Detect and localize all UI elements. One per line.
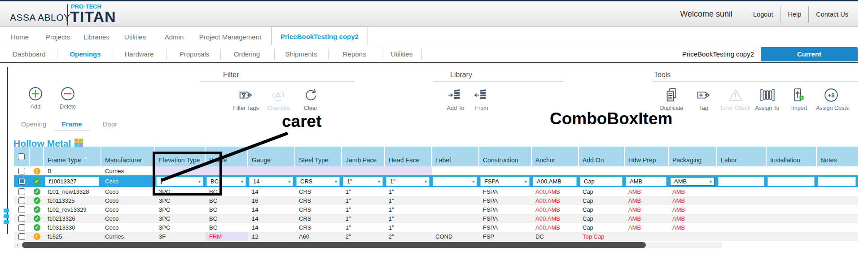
cell-frame-type[interactable]: f101_new13328 — [44, 187, 101, 196]
toolbar-button-duplicate[interactable]: Duplicate — [657, 86, 687, 111]
cell-packaging[interactable]: AMB — [669, 214, 717, 223]
notes-input[interactable] — [818, 177, 856, 186]
toolbar-button-clear[interactable]: Clear — [296, 86, 325, 111]
cell-elevation-type[interactable] — [155, 166, 206, 175]
cell-label[interactable] — [432, 166, 479, 175]
cell-anchor[interactable]: A00,AMB — [532, 187, 579, 196]
cell-add-on[interactable]: Top Cap — [579, 232, 625, 241]
table-row-f102-rev13329[interactable]: ✓f102_rev13329Ceco3PCBC14CRS1"1"FSPAA00,… — [14, 205, 858, 214]
cell-head-face[interactable]: 1" — [385, 205, 432, 214]
nav-item-libraries[interactable]: Libraries — [83, 29, 110, 45]
tab-opening[interactable]: Opening — [16, 120, 52, 131]
cell-construction[interactable]: FSPA — [479, 214, 532, 223]
table-row-f10013327[interactable]: ✓f10013327Ceco▾BC▾14▾CRS▾1"▾1"▾▾FSPA▾A00… — [14, 175, 858, 187]
cell-jamb-face[interactable]: 1" — [342, 196, 385, 205]
cell-steel-type[interactable]: CRS — [295, 196, 342, 205]
cell-steel-type[interactable]: CRS — [295, 205, 342, 214]
cell-anchor[interactable] — [532, 166, 579, 175]
label-combobox[interactable]: ▾ — [433, 177, 477, 186]
nav-item-utilities[interactable]: Utilities — [124, 29, 146, 45]
cell-construction[interactable]: FSPA — [479, 196, 532, 205]
cell-anchor[interactable]: A00,AMB — [532, 214, 579, 223]
cell-steel-type[interactable]: CRS — [295, 223, 342, 232]
top-link-help[interactable]: Help — [780, 11, 808, 18]
cell-labor[interactable] — [717, 214, 767, 223]
cell-installation[interactable] — [767, 205, 817, 214]
cell-labor[interactable] — [717, 196, 767, 205]
toolbar-button-delete[interactable]: Delete — [53, 84, 83, 110]
header-cell-label[interactable]: Label — [432, 147, 479, 166]
cell-hdw-prep[interactable]: AMB — [625, 196, 669, 205]
cell-jamb-face[interactable]: 1" — [342, 187, 385, 196]
cell-hdw-prep[interactable]: AMB — [625, 223, 669, 232]
gauge-combobox[interactable]: 14▾ — [249, 177, 293, 186]
cell-installation[interactable] — [767, 196, 817, 205]
cell-elevation-type[interactable]: 3PC — [155, 205, 206, 214]
cell-manufacturer[interactable]: Ceco — [101, 214, 155, 223]
header-cell-labor[interactable]: Labor — [717, 147, 767, 166]
add_on-input[interactable]: Cap — [580, 177, 623, 186]
header-cell-construction[interactable]: Construction — [479, 147, 532, 166]
dropdown-arrow-icon[interactable]: ▾ — [425, 179, 429, 184]
row-checkbox[interactable] — [18, 224, 25, 231]
installation-input[interactable] — [767, 177, 815, 186]
current-button[interactable]: Current — [761, 47, 858, 61]
toolbar-button-filter-tags[interactable]: Filter Tags — [231, 86, 261, 111]
cell-gauge[interactable]: 14 — [248, 205, 295, 214]
cell-construction[interactable]: FSPA — [479, 187, 532, 196]
scrollbar-thumb[interactable] — [22, 242, 646, 248]
cell-elevation-type[interactable]: 3PC — [155, 214, 206, 223]
header-cell-packaging[interactable]: Packaging — [669, 147, 717, 166]
scroll-left-icon[interactable]: ‹ — [14, 242, 21, 248]
cell-jamb-face[interactable]: 1" — [342, 223, 385, 232]
cell-installation[interactable] — [767, 166, 817, 175]
cell-installation[interactable] — [767, 232, 817, 241]
cell-notes[interactable] — [817, 223, 858, 232]
cell-jamb-face[interactable]: 1" — [342, 214, 385, 223]
cell-head-face[interactable]: 1" — [385, 214, 432, 223]
subnav-item-reports[interactable]: Reports — [343, 46, 367, 62]
cell-add-on[interactable]: Cap — [579, 196, 625, 205]
cell-anchor[interactable]: A00,AMB — [532, 196, 579, 205]
cell-packaging[interactable] — [669, 232, 717, 241]
cell-add-on[interactable] — [579, 166, 625, 175]
row-checkbox[interactable] — [18, 188, 25, 195]
cell-installation[interactable] — [767, 187, 817, 196]
cell-profile[interactable]: BC — [206, 205, 248, 214]
header-cell-profile[interactable]: Profile — [206, 147, 248, 166]
cell-construction[interactable]: FSP — [479, 232, 532, 241]
cell-label[interactable] — [432, 187, 479, 196]
tab-door[interactable]: Door — [92, 120, 128, 131]
subnav-item-utilities[interactable]: Utilities — [391, 46, 412, 62]
nav-item-project-management[interactable]: Project Management — [199, 29, 261, 45]
labor-input[interactable] — [718, 177, 764, 186]
row-checkbox[interactable] — [18, 197, 25, 204]
cell-elevation-type[interactable]: 3PC — [155, 187, 206, 196]
cell-steel-type[interactable] — [295, 166, 342, 175]
header-cell-notes[interactable]: Notes — [817, 147, 858, 166]
construction-combobox[interactable]: FSPA▾ — [480, 177, 530, 186]
toolbar-button-assign-to[interactable]: Assign To — [752, 86, 782, 111]
vertical-scroll-marks[interactable] — [4, 209, 9, 226]
cell-gauge[interactable] — [248, 166, 295, 175]
cell-head-face[interactable] — [385, 166, 432, 175]
cell-labor[interactable] — [717, 166, 767, 175]
horizontal-scrollbar[interactable]: ‹ — [14, 242, 722, 248]
table-row-f10313330[interactable]: ✓f10313330Ceco3PCBC14CRS1"1"FSPAA00,AMBC… — [14, 223, 858, 232]
header-cell-status[interactable] — [30, 147, 44, 166]
toolbar-button-add-to[interactable]: Add To — [443, 86, 468, 111]
cell-packaging[interactable]: AMB — [669, 187, 717, 196]
subnav-item-dashboard[interactable]: Dashboard — [13, 46, 45, 62]
cell-construction[interactable]: FSPA — [479, 205, 532, 214]
cell-profile[interactable]: BC — [206, 187, 248, 196]
cell-hdw-prep[interactable]: AMB — [625, 214, 669, 223]
toolbar-button-tag[interactable]: Tag — [688, 86, 719, 111]
header-cell-frame-type[interactable]: Frame Type▲ — [44, 147, 101, 166]
dropdown-arrow-icon[interactable]: ▾ — [198, 179, 203, 184]
cell-gauge[interactable]: 14 — [248, 187, 295, 196]
cell-anchor[interactable]: A00,AMB — [532, 205, 579, 214]
cell-frame-type[interactable]: f10313330 — [44, 223, 101, 232]
profile-combobox[interactable]: BC▾ — [206, 177, 246, 186]
cell-manufacturer[interactable]: Ceco — [101, 175, 155, 187]
subnav-item-hardware[interactable]: Hardware — [124, 46, 153, 62]
